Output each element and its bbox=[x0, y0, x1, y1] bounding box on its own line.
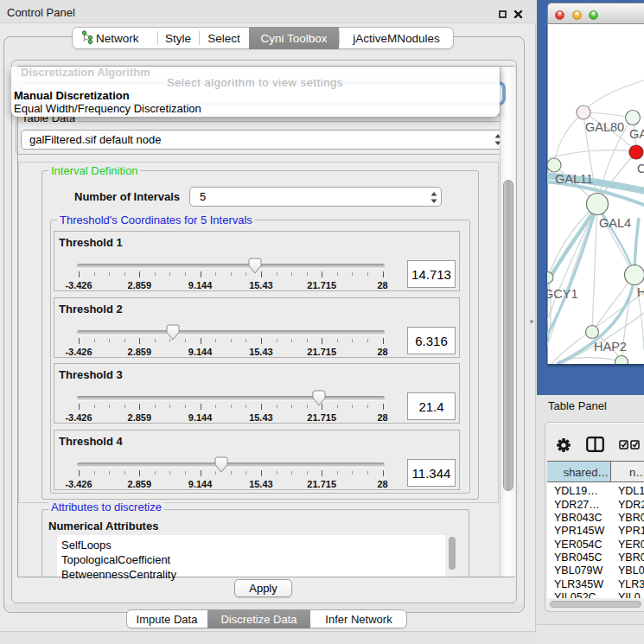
svg-text:GAL4: GAL4 bbox=[599, 216, 631, 230]
svg-text:GAL80: GAL80 bbox=[585, 120, 624, 134]
svg-text:GAL11: GAL11 bbox=[555, 172, 593, 186]
svg-text:GCY1: GCY1 bbox=[547, 287, 578, 301]
svg-text:GA: GA bbox=[629, 127, 644, 141]
svg-text:H: H bbox=[637, 285, 644, 299]
svg-text:C: C bbox=[637, 162, 644, 175]
svg-text:HAP2: HAP2 bbox=[594, 340, 627, 354]
